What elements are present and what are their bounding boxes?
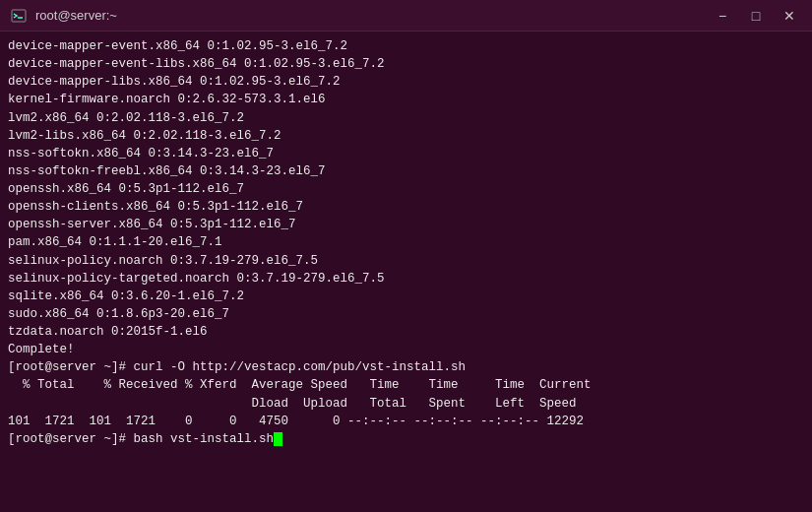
terminal-line: Dload Upload Total Spent Left Speed — [8, 395, 804, 413]
terminal-line: lvm2.x86_64 0:2.02.118-3.el6_7.2 — [8, 109, 804, 127]
terminal-body[interactable]: device-mapper-event.x86_64 0:1.02.95-3.e… — [0, 32, 812, 512]
terminal-line: openssh-server.x86_64 0:5.3p1-112.el6_7 — [8, 216, 804, 233]
titlebar: root@server:~ − □ ✕ — [0, 0, 812, 32]
terminal-line: openssh.x86_64 0:5.3p1-112.el6_7 — [8, 180, 804, 198]
svg-rect-0 — [12, 10, 26, 22]
maximize-button[interactable]: □ — [743, 6, 769, 26]
terminal-icon — [10, 7, 28, 25]
close-button[interactable]: ✕ — [777, 6, 802, 26]
terminal-line: nss-softokn-freebl.x86_64 0:3.14.3-23.el… — [8, 162, 804, 180]
terminal-line: openssh-clients.x86_64 0:5.3p1-112.el6_7 — [8, 198, 804, 216]
terminal-line: sudo.x86_64 0:1.8.6p3-20.el6_7 — [8, 305, 804, 323]
terminal-line: selinux-policy.noarch 0:3.7.19-279.el6_7… — [8, 252, 804, 270]
terminal-window: root@server:~ − □ ✕ device-mapper-event.… — [0, 0, 812, 512]
terminal-line: lvm2-libs.x86_64 0:2.02.118-3.el6_7.2 — [8, 127, 804, 145]
terminal-line: 101 1721 101 1721 0 0 4750 0 --:--:-- --… — [8, 413, 804, 430]
minimize-button[interactable]: − — [710, 6, 735, 26]
terminal-line: % Total % Received % Xferd Average Speed… — [8, 376, 804, 394]
terminal-line: tzdata.noarch 0:2015f-1.el6 — [8, 323, 804, 341]
terminal-line: [root@server ~]# bash vst-install.sh — [8, 430, 804, 448]
terminal-line: nss-softokn.x86_64 0:3.14.3-23.el6_7 — [8, 145, 804, 162]
terminal-line: sqlite.x86_64 0:3.6.20-1.el6_7.2 — [8, 288, 804, 305]
window-title: root@server:~ — [35, 8, 710, 23]
terminal-line: device-mapper-event-libs.x86_64 0:1.02.9… — [8, 55, 804, 73]
terminal-line: [root@server ~]# curl -O http://vestacp.… — [8, 358, 804, 376]
terminal-line: device-mapper-libs.x86_64 0:1.02.95-3.el… — [8, 73, 804, 91]
terminal-cursor — [274, 432, 282, 446]
window-controls: − □ ✕ — [710, 6, 802, 26]
terminal-line: selinux-policy-targeted.noarch 0:3.7.19-… — [8, 270, 804, 288]
terminal-line: pam.x86_64 0:1.1.1-20.el6_7.1 — [8, 233, 804, 251]
terminal-line: kernel-firmware.noarch 0:2.6.32-573.3.1.… — [8, 91, 804, 108]
terminal-line: device-mapper-event.x86_64 0:1.02.95-3.e… — [8, 37, 804, 55]
terminal-line: Complete! — [8, 341, 804, 358]
